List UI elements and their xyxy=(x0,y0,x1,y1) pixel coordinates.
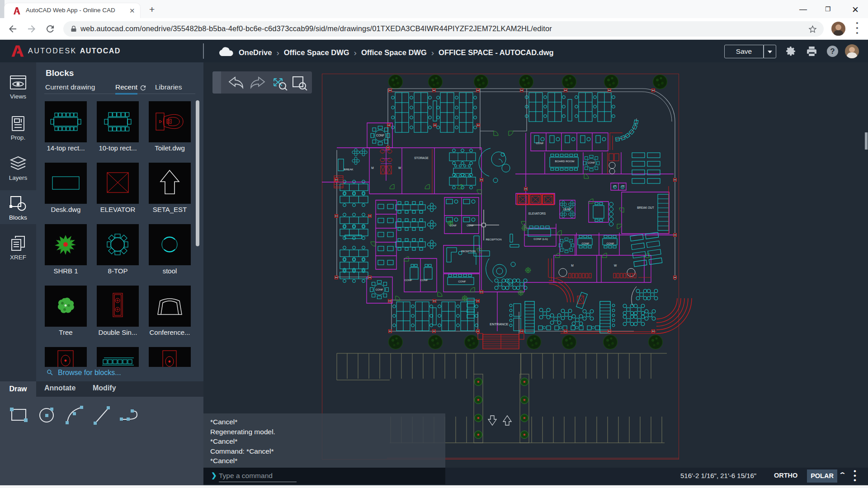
svg-text:M: M xyxy=(371,166,373,169)
svg-text:CONF: CONF xyxy=(376,288,383,291)
svg-text:QT: QT xyxy=(613,185,617,188)
svg-text:CONF: CONF xyxy=(458,280,466,283)
svg-text:QT: QT xyxy=(622,185,625,188)
svg-text:CONF: CONF xyxy=(449,224,457,227)
svg-text:W: W xyxy=(614,264,617,267)
svg-text:BREAK: BREAK xyxy=(344,168,354,171)
svg-text:ELEVATORS: ELEVATORS xyxy=(528,212,546,215)
svg-text:BREAK OUT: BREAK OUT xyxy=(637,206,654,209)
svg-text:CONF: CONF xyxy=(405,279,412,282)
svg-text:CONF: CONF xyxy=(376,134,384,137)
svg-text:CONF: CONF xyxy=(582,242,590,245)
svg-text:W: W xyxy=(398,166,401,169)
svg-text:CONF: CONF xyxy=(607,242,614,245)
svg-text:QUIET: QUIET xyxy=(563,208,572,211)
svg-text:CONF: CONF xyxy=(420,279,428,282)
svg-text:M: M xyxy=(571,264,573,267)
svg-text:ENTRANCE: ENTRANCE xyxy=(490,322,508,326)
svg-text:CONF: CONF xyxy=(588,161,595,164)
svg-text:CONF: CONF xyxy=(467,224,474,227)
svg-text:RECEPTION: RECEPTION xyxy=(486,238,501,241)
svg-text:CONF (LG): CONF (LG) xyxy=(533,237,548,240)
svg-text:STORAGE: STORAGE xyxy=(414,156,429,160)
svg-text:CONF: CONF xyxy=(536,142,544,145)
svg-text:RECEPTION: RECEPTION xyxy=(461,250,476,253)
svg-text:BOARD ROOM: BOARD ROOM xyxy=(555,160,575,163)
